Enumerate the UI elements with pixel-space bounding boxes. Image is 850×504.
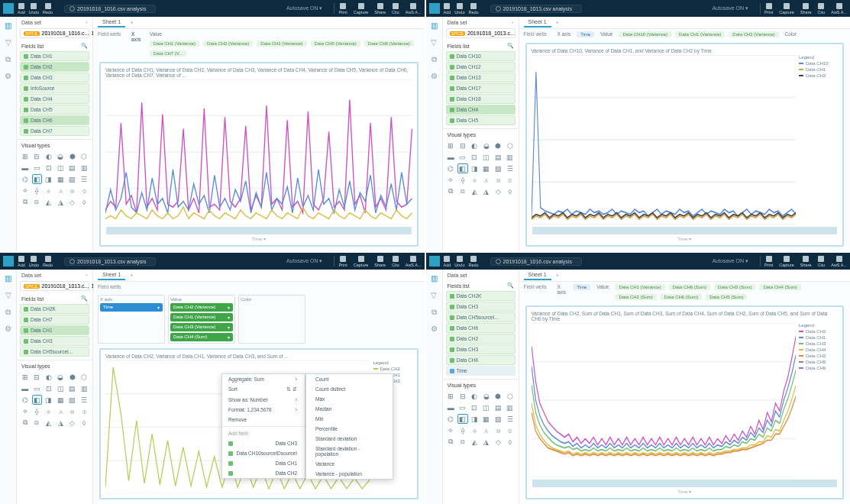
- redo-button[interactable]: Redo: [468, 256, 478, 267]
- visual-type-option[interactable]: ⟐: [470, 425, 480, 435]
- visual-type-option[interactable]: ⊟: [457, 391, 468, 401]
- share-button[interactable]: Share: [374, 256, 386, 267]
- field-item[interactable]: Data CH2K: [20, 304, 89, 314]
- visual-type-option[interactable]: ◫: [56, 383, 66, 393]
- visual-type-option[interactable]: ⧈: [457, 437, 468, 447]
- search-icon[interactable]: 🔍: [507, 283, 514, 289]
- field-item[interactable]: Data CH3: [446, 302, 515, 312]
- well-pill[interactable]: Data CH4 (Sum)▾: [170, 333, 233, 341]
- visual-type-option[interactable]: ▧: [67, 395, 78, 405]
- menu-field-item[interactable]: Data CH1: [222, 458, 305, 468]
- menu-remove[interactable]: Remove: [222, 415, 305, 425]
- time-scrubber[interactable]: [106, 227, 412, 234]
- visual-type-option[interactable]: ◭: [44, 418, 54, 428]
- autosave-toggle[interactable]: Autosave ON ▾: [712, 258, 748, 264]
- well-pill[interactable]: Data CH3 (Sum): [714, 284, 755, 290]
- cito-button[interactable]: Cito: [818, 256, 826, 267]
- visual-type-option[interactable]: ◧: [457, 163, 468, 173]
- field-item[interactable]: Data CH4: [446, 105, 515, 115]
- field-item[interactable]: Data CH5sourceI...: [446, 312, 515, 322]
- field-item[interactable]: Data CH7: [20, 126, 89, 136]
- visual-type-option[interactable]: ◧: [32, 174, 43, 184]
- visual-type-option[interactable]: ⟠: [457, 175, 468, 185]
- visual-type-option[interactable]: ▦: [481, 163, 492, 173]
- menu-aggregate[interactable]: Aggregate: Sum›: [222, 374, 305, 384]
- visual-type-option[interactable]: ⟡: [20, 186, 31, 195]
- visual-type-option[interactable]: ◨: [470, 414, 480, 424]
- time-scrubber[interactable]: [532, 227, 838, 234]
- visual-type-option[interactable]: ◒: [481, 391, 492, 401]
- print-button[interactable]: Print: [764, 256, 773, 267]
- field-item[interactable]: Data CH6: [446, 323, 515, 333]
- visual-type-option[interactable]: ◫: [481, 152, 492, 162]
- visual-type-option[interactable]: ⌬: [446, 163, 457, 173]
- agg-median[interactable]: Median: [306, 404, 393, 414]
- search-icon[interactable]: 🔍: [81, 296, 88, 302]
- well-pill[interactable]: Data CH6 (Sum): [669, 284, 710, 290]
- sheet-tab[interactable]: Sheet 1: [524, 18, 551, 27]
- visual-type-option[interactable]: ☰: [79, 174, 90, 184]
- field-item[interactable]: Data CH6: [446, 355, 515, 365]
- menu-format[interactable]: Format: 1,234.5678›: [222, 405, 305, 415]
- cito-button[interactable]: Cito: [392, 3, 399, 15]
- visual-type-option[interactable]: ⟐: [44, 406, 54, 416]
- visual-type-option[interactable]: ⊡: [470, 152, 480, 162]
- menu-sort[interactable]: Sort⇅ ⇵: [222, 384, 305, 395]
- well-pill[interactable]: Data CH1 (Variance): [615, 284, 664, 290]
- visual-type-option[interactable]: ◊: [79, 197, 90, 207]
- undo-button[interactable]: Undo: [29, 3, 39, 15]
- capture-button[interactable]: Capture: [354, 3, 369, 15]
- field-item[interactable]: Time: [446, 366, 515, 376]
- analysis-name[interactable]: 20191018_1016.csv analysis: [490, 257, 582, 266]
- visual-type-option[interactable]: ◐: [44, 151, 54, 161]
- menu-field-item[interactable]: Data CH3: [222, 438, 305, 448]
- filter-tab-icon[interactable]: ▽: [429, 38, 438, 47]
- field-item[interactable]: Data CH4: [20, 94, 89, 104]
- well-pill[interactable]: Data CH5 (Variance): [311, 40, 360, 47]
- visual-type-option[interactable]: ◧: [32, 395, 43, 405]
- well-pill[interactable]: Data CH2 (Variance): [203, 40, 253, 47]
- visual-type-option[interactable]: ⊟: [32, 151, 43, 161]
- visual-type-option[interactable]: ▦: [56, 174, 66, 184]
- visual-type-option[interactable]: ⟠: [457, 425, 468, 435]
- sheet-tab[interactable]: Sheet 1: [98, 18, 125, 27]
- aws-account-button[interactable]: AwS A...: [831, 256, 847, 267]
- visual-type-option[interactable]: ⟡: [446, 175, 457, 185]
- field-item[interactable]: Data CH5: [20, 105, 89, 115]
- visual-type-option[interactable]: ⌾: [67, 186, 78, 195]
- visual-type-option[interactable]: ⊞: [20, 151, 31, 161]
- visual-type-option[interactable]: ⌬: [20, 395, 31, 405]
- search-icon[interactable]: 🔍: [81, 43, 88, 49]
- aggregate-submenu[interactable]: Count Count distinct Max Median Min Perc…: [305, 373, 393, 480]
- well-pill[interactable]: Data CH1 (Variance): [675, 31, 725, 37]
- visual-type-option[interactable]: ⟑: [56, 186, 66, 195]
- visual-type-option[interactable]: ▧: [493, 414, 504, 424]
- chart-card[interactable]: Variance of Data CH2, Sum of Data CH1, S…: [525, 305, 845, 499]
- visual-type-option[interactable]: ▦: [56, 395, 66, 405]
- field-item[interactable]: InfoSource: [20, 83, 89, 93]
- visual-type-option[interactable]: ◊: [505, 186, 515, 196]
- undo-button[interactable]: Undo: [29, 256, 39, 267]
- visual-type-option[interactable]: ⌬: [20, 174, 31, 184]
- visual-type-option[interactable]: ⊞: [446, 141, 457, 150]
- chart-card[interactable]: Variance of Data CH10, Variance of Data …: [525, 43, 845, 247]
- xaxis-well[interactable]: X axisTime▾: [98, 295, 165, 344]
- add-sheet-button[interactable]: +: [130, 20, 133, 25]
- capture-button[interactable]: Capture: [354, 256, 369, 267]
- visual-type-option[interactable]: ◮: [481, 437, 492, 447]
- aws-account-button[interactable]: AwS A...: [831, 3, 847, 15]
- visual-type-option[interactable]: ◫: [56, 163, 66, 173]
- visual-type-option[interactable]: ⟠: [32, 186, 43, 195]
- well-pill[interactable]: Data CH2 (Variance)▾: [170, 303, 233, 312]
- field-item[interactable]: Data CH12: [446, 62, 515, 72]
- visual-type-option[interactable]: ◒: [481, 141, 492, 150]
- visual-type-option[interactable]: ◨: [470, 163, 480, 173]
- visual-type-option[interactable]: ⊟: [32, 372, 43, 382]
- add-button[interactable]: Add: [444, 256, 451, 267]
- well-pill[interactable]: Data CH6 (Variance): [364, 40, 414, 47]
- visual-type-option[interactable]: ⬢: [493, 141, 504, 150]
- visual-type-option[interactable]: ▭: [32, 163, 43, 173]
- agg-variance-pop[interactable]: Variance - population: [306, 469, 393, 479]
- visual-type-option[interactable]: ◐: [470, 391, 480, 401]
- visual-type-option[interactable]: ◇: [67, 197, 78, 207]
